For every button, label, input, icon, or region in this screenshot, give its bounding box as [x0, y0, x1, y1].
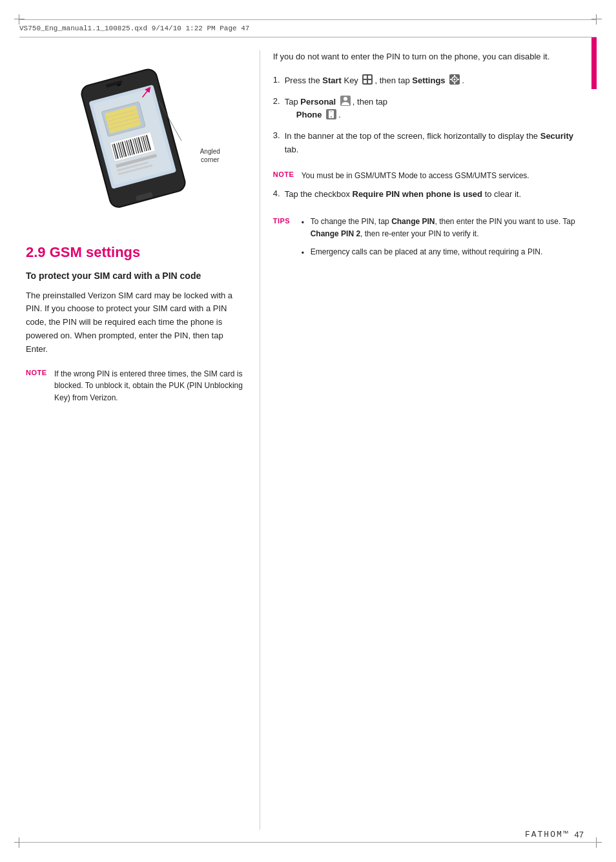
- step-1: 1. Press the Start Key , then tap Settin…: [273, 74, 585, 88]
- phone-svg: [59, 57, 201, 218]
- step-1-number: 1.: [273, 75, 285, 85]
- step-4-number: 4.: [273, 189, 285, 198]
- phone-image: Angledcorner: [59, 57, 214, 225]
- note-text-left: If the wrong PIN is entered three times,…: [54, 368, 247, 404]
- note-block-left: NOTE If the wrong PIN is entered three t…: [26, 368, 247, 404]
- step-2: 2. Tap Personal , then tap Phone .: [273, 96, 585, 123]
- phone-icon: [325, 108, 337, 120]
- reg-mark-bottom-right: [591, 837, 602, 848]
- intro-text: If you do not want to enter the PIN to t…: [273, 50, 585, 64]
- right-column: If you do not want to enter the PIN to t…: [260, 37, 591, 843]
- header-text: VS750_Eng_manual1.1_100825.qxd 9/14/10 1…: [19, 25, 249, 32]
- tips-label: TIPS: [273, 217, 302, 265]
- svg-rect-44: [454, 75, 455, 76]
- bullet-dot-2: •: [302, 247, 311, 260]
- page-border-bottom: [19, 842, 597, 843]
- page-header: VS750_Eng_manual1.1_100825.qxd 9/14/10 1…: [19, 19, 597, 37]
- note-text-right: You must be in GSM/UMTS Mode to access G…: [302, 170, 529, 182]
- main-content: Angledcorner 2.9 GSM settings To protect…: [19, 37, 591, 843]
- tips-bullet-1-text: To change the PIN, tap Change PIN, then …: [311, 216, 585, 240]
- page-number: 47: [575, 830, 584, 839]
- settings-icon: [449, 74, 460, 85]
- accent-bar: [591, 37, 597, 89]
- step-3-number: 3.: [273, 130, 285, 140]
- body-paragraph: The preinstalled Verizon SIM card may be…: [26, 289, 247, 356]
- step-3: 3. In the banner at the top of the scree…: [273, 130, 585, 157]
- step-2-content: Tap Personal , then tap Phone .: [285, 96, 585, 123]
- svg-point-51: [331, 116, 332, 118]
- note-label-right: NOTE: [273, 170, 302, 182]
- svg-rect-45: [454, 83, 455, 84]
- tips-content: • To change the PIN, tap Change PIN, the…: [302, 216, 585, 265]
- step-4: 4. Tap the checkbox Require PIN when pho…: [273, 188, 585, 201]
- svg-rect-38: [368, 76, 371, 79]
- personal-icon: [340, 95, 351, 107]
- svg-point-49: [344, 97, 347, 101]
- tips-bullet-2-text: Emergency calls can be placed at any tim…: [311, 246, 585, 260]
- svg-rect-40: [368, 80, 371, 83]
- step-3-content: In the banner at the top of the screen, …: [285, 130, 585, 157]
- subsection-heading: To protect your SIM card with a PIN code: [26, 270, 247, 283]
- tips-bullet-1: • To change the PIN, tap Change PIN, the…: [302, 216, 585, 240]
- page-footer: FATHOM™ 47: [525, 830, 584, 839]
- step-2-number: 2.: [273, 96, 285, 106]
- svg-rect-37: [364, 76, 367, 79]
- section-title: 2.9 GSM settings: [26, 244, 247, 261]
- left-column: Angledcorner 2.9 GSM settings To protect…: [19, 37, 260, 843]
- tips-bullet-2: • Emergency calls can be placed at any t…: [302, 246, 585, 260]
- svg-rect-52: [330, 111, 333, 112]
- bullet-dot-1: •: [302, 217, 311, 240]
- start-key-icon: [362, 74, 373, 85]
- step-1-content: Press the Start Key , then tap Settings: [285, 74, 585, 88]
- tips-block: TIPS • To change the PIN, tap Change PIN…: [273, 216, 585, 265]
- svg-point-43: [454, 79, 456, 81]
- angled-corner-label: Angledcorner: [200, 147, 220, 164]
- step-4-content: Tap the checkbox Require PIN when phone …: [285, 188, 585, 201]
- note-label-left: NOTE: [26, 369, 54, 404]
- svg-rect-47: [458, 79, 459, 80]
- note-block-right: NOTE You must be in GSM/UMTS Mode to acc…: [273, 170, 585, 182]
- brand-name: FATHOM™: [525, 830, 570, 839]
- svg-rect-46: [450, 79, 451, 80]
- svg-rect-39: [364, 80, 367, 83]
